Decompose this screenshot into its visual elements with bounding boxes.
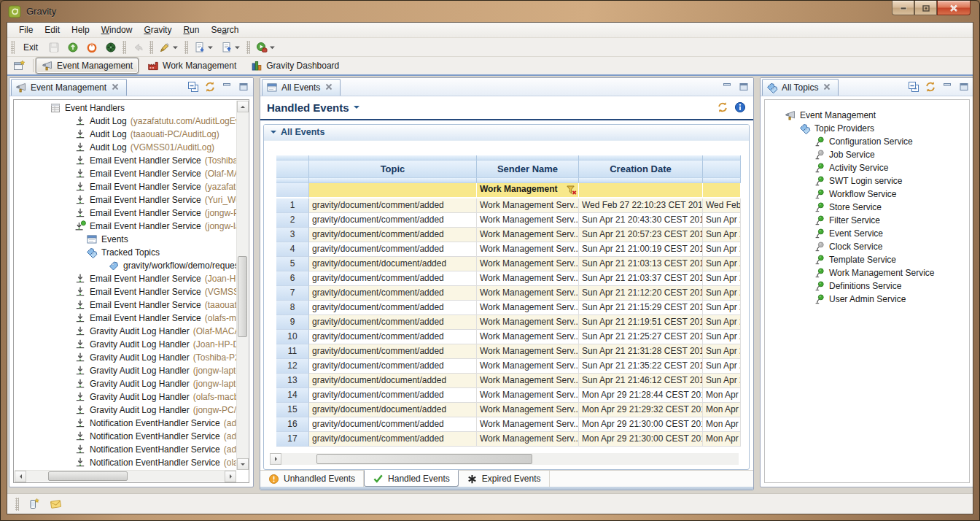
sender-cell[interactable]: Work Management Serv... — [477, 286, 579, 301]
topic-cell[interactable]: gravity/document/document/added — [309, 374, 477, 388]
creation-date-cell[interactable]: Sun Apr 21 21:00:19 CEST 2013 — [579, 242, 703, 257]
tree-item[interactable]: Gravity Audit Log Handler(Toshiba-P205 — [15, 351, 236, 364]
tree-item[interactable]: Store Service — [766, 201, 968, 214]
tree-item[interactable]: Email Event Handler Service(jongw-PC/ — [15, 207, 236, 220]
table-row[interactable]: 5gravity/document/document/addedWork Man… — [276, 257, 741, 271]
creation-date-cell[interactable]: Sun Apr 21 21:25:27 CEST 2013 — [579, 330, 703, 344]
connect-button[interactable] — [63, 39, 82, 55]
scrollbar-thumb[interactable] — [238, 256, 247, 337]
horizontal-scrollbar[interactable] — [15, 470, 236, 482]
maximize-view-icon[interactable] — [958, 81, 970, 93]
topic-cell[interactable]: gravity/document/comment/added — [309, 228, 477, 242]
scrollbar-thumb[interactable] — [48, 471, 128, 481]
filter-cell[interactable] — [309, 183, 477, 198]
mail-icon[interactable] — [50, 498, 62, 510]
row-number-cell[interactable]: 10 — [276, 330, 309, 344]
sender-cell[interactable]: Work Management Serv... — [477, 417, 579, 432]
tree-item[interactable]: Notification EventHandler Service(admi — [15, 417, 236, 430]
tree-item[interactable]: Gravity Audit Log Handler(jongw-laptop — [15, 364, 236, 377]
run-button[interactable] — [252, 39, 279, 55]
topic-cell[interactable]: gravity/document/comment/added — [309, 301, 477, 315]
creation-date-cell[interactable]: Sun Apr 21 21:35:22 CEST 2013 — [579, 359, 703, 374]
table-row[interactable]: 6gravity/document/comment/addedWork Mana… — [276, 271, 741, 286]
maximize-view-icon[interactable] — [238, 81, 249, 93]
extra-date-cell[interactable]: Sun Apr 2 — [703, 344, 741, 359]
sender-cell[interactable]: Work Management Serv... — [477, 242, 579, 257]
extra-date-cell[interactable]: Sun Apr 2 — [703, 374, 741, 388]
extra-date-cell[interactable]: Mon Apr — [703, 432, 741, 447]
tab-close-icon[interactable] — [110, 82, 122, 93]
restore-button[interactable] — [914, 1, 937, 15]
table-row[interactable]: 12gravity/document/comment/addedWork Man… — [276, 359, 741, 374]
sender-cell[interactable]: Work Management Serv... — [477, 257, 579, 271]
tree-item[interactable]: Event Management — [766, 109, 968, 122]
table-row[interactable]: 8gravity/document/comment/addedWork Mana… — [276, 301, 741, 315]
row-number-cell[interactable]: 15 — [276, 403, 309, 417]
creation-date-cell[interactable]: Sun Apr 21 20:43:30 CEST 2013 — [579, 213, 703, 228]
tree-item[interactable]: Work Management Service — [766, 266, 968, 279]
row-number-cell[interactable]: 17 — [276, 432, 309, 447]
tree-item[interactable]: Job Service — [766, 148, 968, 161]
minimize-button[interactable] — [892, 1, 914, 15]
tab-all-topics[interactable]: All Topics — [762, 79, 839, 96]
extra-date-cell[interactable]: Sun Apr 2 — [703, 301, 741, 315]
filter-cell[interactable] — [703, 183, 741, 198]
maximize-view-icon[interactable] — [738, 81, 750, 93]
topic-cell[interactable]: gravity/document/comment/added — [309, 359, 477, 374]
dropdown-arrow-icon[interactable] — [234, 42, 241, 53]
extra-date-cell[interactable]: Sun Apr 2 — [703, 213, 741, 228]
tree-item[interactable]: Email Event Handler Service(jongw-lapt — [15, 220, 236, 233]
info-icon[interactable] — [734, 101, 746, 113]
extra-date-cell[interactable]: Sun Apr 2 — [703, 315, 741, 330]
table-horizontal-scrollbar[interactable] — [270, 453, 739, 465]
table-row[interactable]: 2gravity/document/comment/addedWork Mana… — [276, 213, 741, 228]
filter-cell[interactable] — [276, 183, 309, 198]
tree-item[interactable]: Email Event Handler Service(Olaf-MACA — [15, 167, 236, 180]
tree-item[interactable]: Notification EventHandler Service(admi — [15, 430, 236, 443]
creation-date-cell[interactable]: Sun Apr 21 21:12:20 CEST 2013 — [579, 286, 703, 301]
table-row[interactable]: 4gravity/document/comment/addedWork Mana… — [276, 242, 741, 257]
exit-button[interactable]: Exit — [17, 40, 44, 55]
scroll-up-button[interactable] — [237, 101, 249, 112]
tree-item[interactable]: Filter Service — [766, 214, 968, 227]
row-number-cell[interactable]: 12 — [276, 359, 309, 374]
scroll-down-button[interactable] — [237, 458, 249, 470]
tree-item[interactable]: Event Handlers — [15, 101, 236, 115]
tree-item[interactable]: gravity/workflow/demo/request( — [15, 259, 236, 272]
sender-filter-cell[interactable]: Work Management — [477, 183, 579, 198]
row-number-cell[interactable]: 4 — [276, 242, 309, 257]
extra-date-cell[interactable]: Sun Apr 2 — [703, 257, 741, 271]
tree-item[interactable]: Audit Log(VGMSS01/AuditLog) — [15, 141, 236, 154]
extra-date-cell[interactable]: Sun Apr 2 — [703, 286, 741, 301]
row-number-cell[interactable]: 14 — [276, 388, 309, 403]
tree-item[interactable]: Notification EventHandler Service(olaf) — [15, 456, 236, 469]
topic-cell[interactable]: gravity/document/comment/added — [309, 286, 477, 301]
tree-item[interactable]: SWT Login service — [766, 174, 968, 188]
tab-close-icon[interactable] — [324, 82, 335, 93]
tree-item[interactable]: Event Service — [766, 227, 968, 240]
creation-date-cell[interactable]: Sun Apr 21 21:03:37 CEST 2013 — [579, 271, 703, 286]
tree-item[interactable]: Activity Service — [766, 161, 968, 174]
table-row[interactable]: 10gravity/document/comment/addedWork Man… — [276, 330, 741, 344]
column-header[interactable] — [276, 161, 309, 178]
scroll-right-button[interactable] — [270, 453, 281, 465]
creation-date-cell[interactable]: Mon Apr 29 21:30:00 CEST 2013 — [579, 417, 703, 432]
tab-unhandled-events[interactable]: Unhandled Events — [260, 471, 364, 487]
topic-cell[interactable]: gravity/document/comment/added — [309, 315, 477, 330]
row-number-cell[interactable]: 9 — [276, 315, 309, 330]
perspective-work-management[interactable]: Work Management — [141, 58, 242, 74]
row-number-cell[interactable]: 3 — [276, 228, 309, 242]
close-button[interactable] — [937, 1, 971, 15]
tree-item[interactable]: Template Service — [766, 253, 968, 266]
creation-date-cell[interactable]: Sun Apr 21 21:31:28 CEST 2013 — [579, 344, 703, 359]
sender-cell[interactable]: Work Management Serv... — [477, 359, 579, 374]
device-new-icon[interactable] — [28, 498, 41, 510]
row-number-cell[interactable]: 16 — [276, 417, 309, 432]
tree-item[interactable]: Audit Log(yazafatutu.com/AuditLogEve — [15, 115, 236, 128]
refresh-icon[interactable] — [204, 81, 216, 93]
perspective-gravity-dashboard[interactable]: Gravity Dashboard — [245, 58, 345, 74]
table-row[interactable]: 1gravity/document/comment/addedWork Mana… — [276, 198, 741, 213]
extra-date-cell[interactable]: Mon Apr — [703, 403, 741, 417]
menu-edit[interactable]: Edit — [39, 23, 66, 36]
sender-cell[interactable]: Work Management Serv... — [477, 344, 579, 359]
